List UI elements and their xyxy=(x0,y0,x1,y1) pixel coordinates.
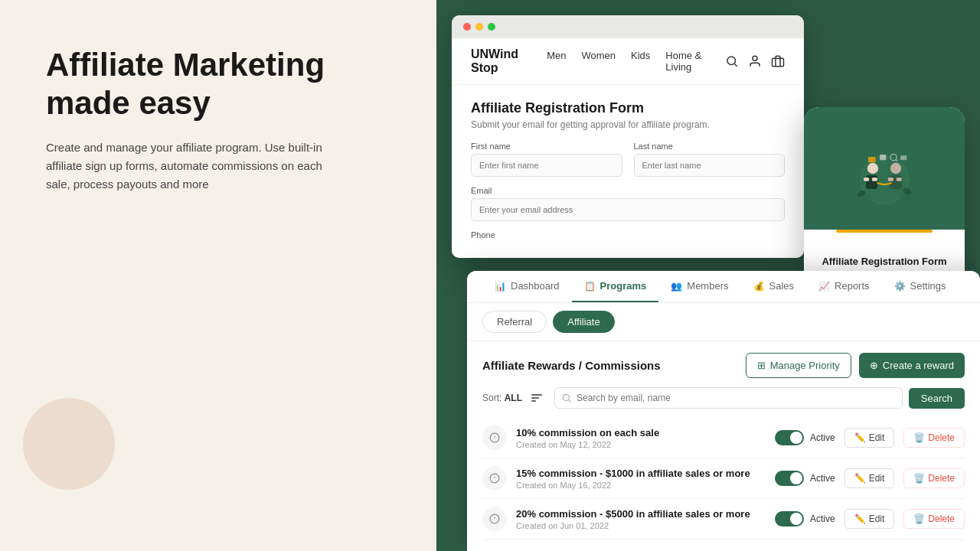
delete-button-2[interactable]: 🗑️ Delete xyxy=(903,468,965,488)
tab-settings-label: Settings xyxy=(910,280,946,292)
svg-point-21 xyxy=(890,163,901,174)
nav-women[interactable]: Women xyxy=(581,50,616,73)
first-name-label: First name xyxy=(471,142,622,151)
create-reward-button[interactable]: ⊕ Create a reward xyxy=(859,353,965,378)
search-input-icon xyxy=(561,393,572,403)
dashboard-tabs: 📊 Dashboard 📋 Programs 👥 Members 💰 Sales… xyxy=(467,271,980,303)
tab-reports[interactable]: 📈 Reports xyxy=(806,271,882,302)
svg-rect-18 xyxy=(866,175,877,189)
svg-line-5 xyxy=(569,400,571,403)
svg-point-0 xyxy=(727,57,736,65)
nav-men[interactable]: Men xyxy=(547,50,566,73)
svg-rect-22 xyxy=(890,175,902,189)
reward-icon-1 xyxy=(482,425,507,450)
toggle-3[interactable] xyxy=(775,511,804,527)
rewards-header: Affiliate Rewards / Commissions ⊞ Manage… xyxy=(482,353,965,378)
delete-icon-2: 🗑️ xyxy=(913,473,925,484)
reward-info-3: 20% commission - $5000 in affiliate sale… xyxy=(516,508,775,530)
first-name-input[interactable] xyxy=(471,154,622,177)
left-panel: Affiliate Marketing made easy Create and… xyxy=(0,0,436,551)
search-icon[interactable] xyxy=(725,54,739,68)
create-reward-label: Create a reward xyxy=(883,360,954,371)
delete-icon-1: 🗑️ xyxy=(913,432,925,443)
form-title: Affiliate Registration Form xyxy=(471,100,785,116)
svg-rect-3 xyxy=(773,58,784,67)
last-name-input[interactable] xyxy=(634,154,786,177)
edit-button-1[interactable]: ✏️ Edit xyxy=(844,428,895,448)
store-logo: UNWind Stop xyxy=(471,47,547,75)
manage-priority-label: Manage Priority xyxy=(770,360,840,371)
reward-icon-2 xyxy=(482,466,507,491)
reward-icon-3 xyxy=(482,507,507,531)
svg-point-4 xyxy=(563,394,569,400)
nav-kids[interactable]: Kids xyxy=(631,50,650,73)
tab-reports-label: Reports xyxy=(835,280,870,292)
reward-actions-3: Active ✏️ Edit 🗑️ Delete xyxy=(775,509,965,529)
reward-date-2: Created on May 16, 2022 xyxy=(516,481,775,490)
reward-name-1: 10% commission on each sale xyxy=(516,427,775,439)
reward-item-1: 10% commission on each sale Created on M… xyxy=(482,418,965,458)
programs-icon: 📋 xyxy=(584,281,596,292)
reward-item-2: 15% commission - $1000 in affiliate sale… xyxy=(482,458,965,499)
description: Create and manage your affiliate program… xyxy=(46,139,337,194)
delete-button-3[interactable]: 🗑️ Delete xyxy=(903,509,965,529)
tab-members-label: Members xyxy=(687,280,728,292)
members-icon: 👥 xyxy=(671,281,682,292)
search-input[interactable] xyxy=(577,388,896,408)
toggle-1[interactable] xyxy=(775,430,804,445)
toggle-label-3: Active xyxy=(810,514,835,524)
search-container xyxy=(554,387,903,409)
email-input[interactable] xyxy=(471,198,785,221)
expand-dot xyxy=(488,23,495,31)
sub-tabs: Referral Affiliate xyxy=(467,303,980,341)
sort-icon[interactable] xyxy=(531,394,542,402)
edit-button-3[interactable]: ✏️ Edit xyxy=(844,509,895,529)
phone-illustration xyxy=(838,142,930,218)
settings-icon: ⚙️ xyxy=(894,281,906,292)
svg-point-2 xyxy=(753,56,757,60)
tab-sales-label: Sales xyxy=(769,280,795,292)
sub-tab-affiliate[interactable]: Affiliate xyxy=(553,311,614,333)
svg-rect-20 xyxy=(872,178,877,181)
user-icon[interactable] xyxy=(748,54,762,68)
plus-icon: ⊕ xyxy=(870,360,878,371)
store-nav-icons xyxy=(725,54,785,68)
email-group: Email xyxy=(471,186,785,221)
name-row: First name Last name xyxy=(471,142,785,177)
reward-date-3: Created on Jun 01, 2022 xyxy=(516,521,775,530)
reward-info-2: 15% commission - $1000 in affiliate sale… xyxy=(516,468,775,490)
tab-dashboard[interactable]: 📊 Dashboard xyxy=(482,271,572,302)
svg-line-1 xyxy=(734,64,737,66)
last-name-label: Last name xyxy=(634,142,786,151)
search-button[interactable]: Search xyxy=(909,388,965,409)
browser-bar xyxy=(452,15,804,38)
reward-item-3: 20% commission - $5000 in affiliate sale… xyxy=(482,499,965,540)
reward-actions-1: Active ✏️ Edit 🗑️ Delete xyxy=(775,428,965,448)
sub-tab-referral[interactable]: Referral xyxy=(482,311,547,333)
toggle-container-1: Active xyxy=(775,430,835,445)
browser-window: UNWind Stop Men Women Kids Home & Living… xyxy=(452,15,804,258)
nav-home-living[interactable]: Home & Living xyxy=(665,50,725,73)
delete-button-1[interactable]: 🗑️ Delete xyxy=(903,428,965,448)
tab-members[interactable]: 👥 Members xyxy=(658,271,740,302)
dashboard-content: Affiliate Rewards / Commissions ⊞ Manage… xyxy=(467,341,980,551)
manage-priority-button[interactable]: ⊞ Manage Priority xyxy=(746,353,851,378)
tab-programs-label: Programs xyxy=(600,280,647,292)
phone-group: Phone xyxy=(471,230,785,240)
toggle-2[interactable] xyxy=(775,471,804,486)
reward-actions-2: Active ✏️ Edit 🗑️ Delete xyxy=(775,468,965,488)
form-subtitle: Submit your email for getting approval f… xyxy=(471,119,785,130)
toggle-label-2: Active xyxy=(810,473,835,484)
toggle-container-2: Active xyxy=(775,471,835,486)
tab-settings[interactable]: ⚙️ Settings xyxy=(882,271,959,302)
tab-sales[interactable]: 💰 Sales xyxy=(741,271,807,302)
edit-button-2[interactable]: ✏️ Edit xyxy=(844,468,895,488)
svg-rect-19 xyxy=(864,178,869,181)
reward-date-1: Created on May 12, 2022 xyxy=(516,440,775,449)
tab-dashboard-label: Dashboard xyxy=(511,280,560,292)
headline: Affiliate Marketing made easy xyxy=(46,46,398,123)
phone-accent-bar xyxy=(836,230,933,233)
cart-icon[interactable] xyxy=(771,54,785,68)
dashboard-panel: 📊 Dashboard 📋 Programs 👥 Members 💰 Sales… xyxy=(467,271,980,551)
tab-programs[interactable]: 📋 Programs xyxy=(572,271,659,302)
